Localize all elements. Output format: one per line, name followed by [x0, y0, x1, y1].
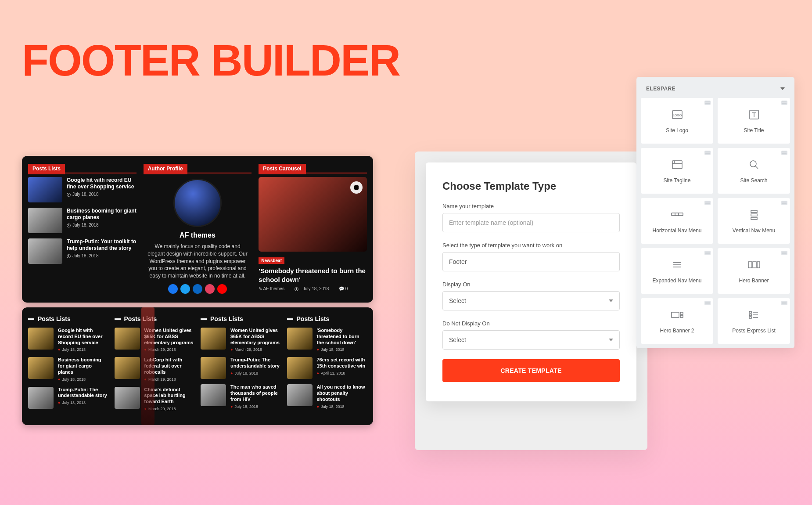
- list-item[interactable]: LabCorp hit with federal suit over roboc…: [115, 357, 195, 381]
- widget-handle-icon: [704, 151, 711, 155]
- carousel-date: July 18, 2018: [303, 286, 329, 291]
- display-on-select[interactable]: Select: [442, 291, 620, 310]
- widget-hero[interactable]: Hero Banner: [718, 248, 790, 294]
- facebook-icon[interactable]: [168, 284, 178, 294]
- widget-hmenu[interactable]: Horizontal Nav Menu: [641, 198, 713, 244]
- post-thumbnail: [287, 328, 313, 350]
- post-title: Business booming for giant cargo planes: [67, 208, 137, 221]
- chevron-down-icon: [780, 87, 785, 90]
- instagram-icon[interactable]: [205, 284, 215, 294]
- post-date: July 18, 2018: [67, 192, 137, 197]
- footer-preview-2: Posts Lists Google hit with record EU fi…: [22, 307, 373, 425]
- svg-rect-12: [680, 312, 683, 314]
- post-title: China's defunct space lab hurtling towar…: [144, 387, 195, 405]
- post-thumbnail: [115, 328, 140, 350]
- widget-title[interactable]: Site Title: [718, 98, 790, 144]
- post-date: ●March 29, 2018: [230, 347, 281, 352]
- list-item[interactable]: Google hit with record EU fine over Shop…: [28, 328, 108, 352]
- widget-express[interactable]: Posts Express List: [718, 298, 790, 344]
- widget-handle-icon: [781, 151, 787, 155]
- svg-rect-8: [748, 262, 752, 268]
- hero-icon: [747, 258, 762, 271]
- svg-rect-13: [680, 315, 683, 317]
- list-item[interactable]: 76ers set record with 15th consecutive w…: [287, 357, 367, 379]
- chevron-down-icon: [609, 339, 613, 341]
- post-date: ●July 18, 2018: [317, 404, 367, 409]
- logo-icon: LOGO: [670, 108, 685, 121]
- author-avatar: [173, 179, 222, 227]
- svg-rect-15: [749, 314, 751, 316]
- template-name-input[interactable]: [442, 213, 620, 232]
- form-title: Choose Template Type: [442, 180, 620, 192]
- list-item[interactable]: Trump-Putin: The understandable story ●J…: [201, 357, 281, 379]
- author-bio: We mainly focus on quality code and eleg…: [144, 243, 252, 280]
- list-item[interactable]: Women United gives $65K for ABSS element…: [201, 328, 281, 352]
- widget-label: Vertical Nav Menu: [733, 227, 775, 234]
- list-item[interactable]: Women United gives $65K for ABSS element…: [115, 328, 195, 352]
- widget-label: Site Tagline: [664, 177, 691, 184]
- widget-search[interactable]: Site Search: [718, 148, 790, 194]
- post-title: 'Somebody threatened to burn the school …: [317, 328, 367, 346]
- post-title: Trump-Putin: Your toolkit to help unders…: [67, 238, 137, 252]
- list-item[interactable]: Google hit with record EU fine over Shop…: [28, 177, 137, 202]
- list-item[interactable]: Trump-Putin: Your toolkit to help unders…: [28, 238, 137, 264]
- widget-panel-header[interactable]: ELESPARE: [641, 81, 790, 98]
- widget-handle-icon: [704, 201, 711, 205]
- svg-rect-9: [753, 262, 756, 268]
- widget-tagline[interactable]: Site Tagline: [641, 148, 713, 194]
- linkedin-icon[interactable]: [193, 284, 202, 294]
- post-thumbnail: [28, 328, 54, 350]
- create-template-button[interactable]: CREATE TEMPLATE: [442, 359, 620, 382]
- post-thumbnail: [287, 384, 313, 406]
- post-title: The man who saved thousands of people fr…: [230, 384, 281, 402]
- widget-label: Site Title: [744, 127, 764, 133]
- post-date: ●July 18, 2018: [230, 404, 281, 409]
- svg-rect-14: [749, 311, 751, 313]
- list-item[interactable]: Business booming for giant cargo planes …: [28, 208, 137, 233]
- post-date: ●July 18, 2018: [230, 371, 281, 375]
- name-label: Name your template: [442, 203, 620, 209]
- clock-icon: [67, 254, 71, 258]
- post-date: ●April 11, 2018: [317, 371, 367, 375]
- list-item[interactable]: The man who saved thousands of people fr…: [201, 384, 281, 408]
- video-icon[interactable]: [350, 181, 363, 194]
- template-type-value: Footer: [449, 258, 467, 265]
- tab-underline: [65, 173, 137, 173]
- post-thumbnail: [201, 384, 226, 406]
- list-item[interactable]: Trump-Putin: The understandable story ●J…: [28, 387, 108, 409]
- post-date: ●July 18, 2018: [58, 400, 108, 405]
- template-type-select[interactable]: Footer: [442, 252, 620, 271]
- widget-panel-title: ELESPARE: [646, 86, 675, 92]
- carousel-comments: 0: [345, 286, 348, 291]
- svg-point-4: [750, 161, 756, 167]
- post-date: ●July 18, 2018: [58, 347, 108, 352]
- post-thumbnail: [287, 357, 313, 379]
- post-date: ●July 18, 2018: [58, 377, 108, 382]
- twitter-icon[interactable]: [180, 284, 190, 294]
- widget-label: Posts Express List: [732, 328, 776, 334]
- widget-emenu[interactable]: Expanded Nav Menu: [641, 248, 713, 294]
- carousel-author: AF themes: [263, 286, 284, 291]
- display-on-label: Display On: [442, 281, 620, 288]
- author-socials: [144, 284, 252, 294]
- emenu-icon: [670, 258, 685, 271]
- widget-hero2[interactable]: Hero Banner 2: [641, 298, 713, 344]
- not-display-on-select[interactable]: Select: [442, 330, 620, 350]
- svg-rect-3: [672, 161, 682, 169]
- list-item[interactable]: 'Somebody threatened to burn the school …: [287, 328, 367, 352]
- youtube-icon[interactable]: [217, 284, 227, 294]
- post-title: 76ers set record with 15th consecutive w…: [317, 357, 367, 369]
- widget-logo[interactable]: LOGO Site Logo: [641, 98, 713, 144]
- widget-label: Site Logo: [666, 127, 688, 133]
- widget-label: Hero Banner: [739, 278, 769, 284]
- tagline-icon: [670, 158, 685, 171]
- list-item[interactable]: Business booming for giant cargo planes …: [28, 357, 108, 381]
- widget-vmenu[interactable]: Vertical Nav Menu: [718, 198, 790, 244]
- list-item[interactable]: China's defunct space lab hurtling towar…: [115, 387, 195, 411]
- widget-handle-icon: [704, 101, 711, 105]
- post-thumbnail: [115, 387, 140, 409]
- list-item[interactable]: All you need to know about penalty shoot…: [287, 384, 367, 408]
- clock-icon: [295, 287, 298, 291]
- post-thumbnail: [28, 208, 62, 233]
- post-thumbnail: [28, 177, 62, 202]
